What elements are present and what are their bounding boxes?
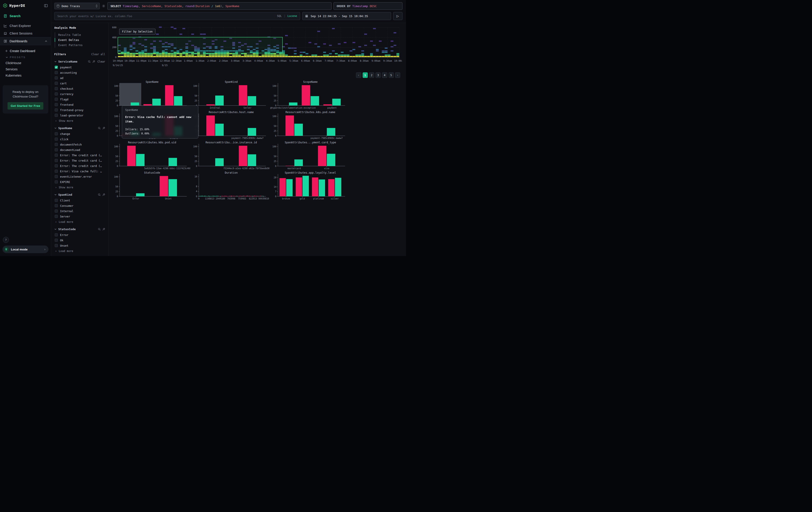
checkbox[interactable]	[55, 244, 58, 247]
analysis-mode-results-table[interactable]: Results Table	[55, 32, 105, 37]
filter-option-error[interactable]: Error	[54, 232, 105, 238]
search-input[interactable]: Search your events w/ Lucene ex. column:…	[54, 12, 300, 20]
checkbox[interactable]	[55, 98, 58, 101]
chart-statuscode[interactable]: StatusCode02550100ErrorUnset	[111, 171, 190, 201]
chevron-down-icon[interactable]	[54, 60, 57, 63]
checkbox[interactable]	[55, 143, 58, 146]
chevron-down-icon[interactable]	[54, 127, 57, 129]
filter-option-flagd[interactable]: flagd	[54, 97, 105, 102]
filter-option-accounting[interactable]: accounting	[54, 70, 105, 75]
local-mode-pill[interactable]: U Local mode ›	[2, 246, 49, 253]
chevron-down-icon[interactable]	[54, 228, 57, 231]
sidebar-item-dashboards[interactable]: Dashboards	[0, 37, 51, 45]
filter-option-eventlistener-error[interactable]: eventListener.error	[54, 174, 105, 179]
pin-icon[interactable]	[92, 60, 95, 63]
pagination-page-1[interactable]: 1	[362, 72, 368, 78]
filter-option-unset[interactable]: Unset	[54, 243, 105, 248]
presets-toggle[interactable]: PRESETS	[0, 54, 51, 60]
checkbox[interactable]	[55, 138, 58, 141]
filter-option-frontend-proxy[interactable]: frontend-proxy	[54, 107, 105, 113]
checkbox[interactable]	[55, 132, 58, 135]
checkbox[interactable]	[55, 199, 58, 202]
filter-option-load-generator[interactable]: load-generator	[54, 113, 105, 118]
filter-option-ok[interactable]: Ok	[54, 238, 105, 243]
checkbox[interactable]	[55, 233, 58, 236]
mode-sql-button[interactable]: SQL	[277, 15, 282, 18]
chart-resourceattributes-k8s-pod-name[interactable]: ResourceAttributes.k8s.pod.name02550100p…	[269, 110, 349, 141]
filter-option-frontend[interactable]: frontend	[54, 102, 105, 107]
filter-option-click[interactable]: click	[54, 136, 105, 142]
chart-resourceattributes-k8s-pod-uid[interactable]: ResourceAttributes.k8s.pod.uid025501005e…	[111, 141, 190, 171]
create-dashboard-button[interactable]: Create Dashboard	[0, 48, 51, 54]
pagination-page-3[interactable]: 3	[376, 72, 381, 78]
checkbox[interactable]	[55, 175, 58, 178]
search-icon[interactable]	[88, 60, 91, 63]
analysis-mode-event-deltas[interactable]: Event Deltas	[55, 37, 105, 43]
checkbox[interactable]	[55, 239, 58, 242]
filter-option-error-the-credit-card[interactable]: Error: The credit card (…	[54, 158, 105, 163]
pin-icon[interactable]	[102, 127, 105, 130]
checkbox[interactable]	[55, 148, 58, 152]
selection-region[interactable]	[118, 37, 283, 53]
mode-lucene-button[interactable]: Lucene	[288, 15, 297, 18]
filter-option-client[interactable]: Client	[54, 198, 105, 203]
pagination-page-2[interactable]: 2	[369, 72, 374, 78]
checkbox[interactable]	[55, 114, 58, 117]
checkbox[interactable]	[55, 170, 58, 173]
analysis-mode-event-patterns[interactable]: Event Patterns	[55, 43, 105, 48]
checkbox[interactable]	[55, 215, 58, 218]
checkbox[interactable]	[55, 108, 58, 111]
sidebar-item-search[interactable]: Search	[0, 12, 51, 20]
checkbox[interactable]	[55, 103, 58, 106]
chart-duration[interactable]: Duration04816011988132944180703098759483…	[190, 171, 269, 201]
pagination-page-4[interactable]: 4	[382, 72, 387, 78]
filter-option-documentload[interactable]: documentLoad	[54, 147, 105, 153]
pin-icon[interactable]	[102, 228, 105, 231]
filter-option-internal[interactable]: Internal	[54, 208, 105, 214]
show-more-link[interactable]: ›Show more	[54, 118, 105, 123]
filter-option-payment[interactable]: payment	[54, 64, 105, 70]
filter-option-expire[interactable]: EXPIRE	[54, 179, 105, 185]
checkbox[interactable]	[55, 71, 58, 74]
checkbox[interactable]	[55, 159, 58, 162]
preset-clickhouse[interactable]: ClickHouse	[0, 60, 51, 66]
sidebar-item-client-sessions[interactable]: Client Sessions	[0, 30, 51, 37]
sql-select-input[interactable]: SELECT Timestamp, ServiceName, StatusCod…	[107, 2, 331, 10]
filter-option-ad[interactable]: ad	[54, 75, 105, 81]
pagination-prev[interactable]: ‹	[356, 72, 361, 78]
checkbox[interactable]	[55, 76, 58, 79]
order-by-input[interactable]: ORDER BY Timestamp DESC	[334, 2, 402, 10]
clear-filter-link[interactable]: Clear	[97, 60, 105, 63]
gear-icon[interactable]	[102, 4, 106, 8]
load-more-link[interactable]: ›Load more	[54, 248, 105, 253]
pagination-page-5[interactable]: 5	[389, 72, 394, 78]
pin-icon[interactable]	[102, 193, 105, 196]
filter-option-documentfetch[interactable]: documentFetch	[54, 142, 105, 147]
sidebar-item-chart-explorer[interactable]: Chart Explorer	[0, 22, 51, 30]
run-query-button[interactable]: ▷	[393, 12, 402, 20]
chart-resourceattributes-host-name[interactable]: ResourceAttributes.host.name02550100paym…	[190, 110, 269, 141]
events-heatmap[interactable]: 020040060010:00pm10:30pm11:00pm11:30pm12…	[111, 26, 406, 71]
pagination-next[interactable]: ›	[395, 72, 400, 78]
chart-spankind[interactable]: SpanKind02550100InternalServer	[190, 80, 269, 110]
checkbox[interactable]	[55, 180, 58, 183]
collapse-sidebar-icon[interactable]	[44, 4, 48, 7]
checkbox[interactable]	[55, 164, 58, 167]
chevron-down-icon[interactable]	[54, 193, 57, 196]
search-icon[interactable]	[98, 127, 101, 130]
search-icon[interactable]	[98, 193, 101, 196]
filter-option-error-the-credit-card[interactable]: Error: The credit card (…	[54, 163, 105, 168]
preset-services[interactable]: Services	[0, 66, 51, 72]
filter-option-error-the-credit-card[interactable]: Error: The credit card (…	[54, 153, 105, 158]
filter-option-error-visa-cache-full[interactable]: Error: Visa cache full: …	[54, 168, 105, 174]
time-range-picker[interactable]: Sep 14 22:04:35 - Sep 15 10:04:35	[302, 12, 391, 20]
filter-option-cart[interactable]: cart	[54, 81, 105, 86]
help-button[interactable]: ?	[3, 237, 9, 243]
chart-spanattributes-app-loyalty-level[interactable]: SpanAttributes.app.loyalty.level071428br…	[269, 171, 349, 201]
preset-kubernetes[interactable]: Kubernetes	[0, 72, 51, 79]
chart-resourceattribu-ice-instance-id[interactable]: ResourceAttribu..ice.instance.id02550100…	[190, 141, 269, 171]
filter-option-server[interactable]: Server	[54, 214, 105, 219]
filter-by-selection-button[interactable]: Filter by Selection	[119, 29, 155, 34]
checkbox[interactable]	[55, 87, 58, 90]
filter-option-change[interactable]: change	[54, 131, 105, 136]
